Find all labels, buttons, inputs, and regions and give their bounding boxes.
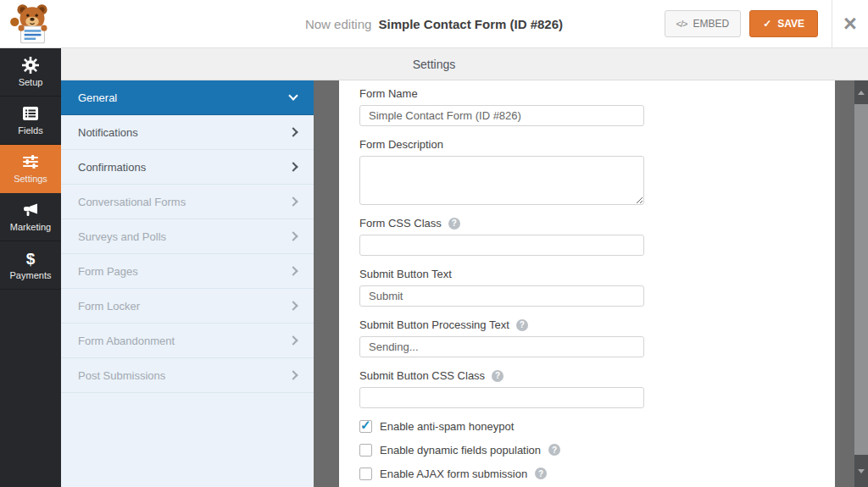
form-css-class-field: Form CSS Class? (359, 217, 815, 256)
form-fields-icon (22, 105, 39, 122)
field-label: Submit Button CSS Class (359, 369, 485, 382)
scroll-up-button[interactable] (854, 80, 868, 104)
now-editing-label: Now editing (305, 17, 371, 31)
form-css-class-input[interactable] (359, 235, 644, 256)
chevron-right-icon (288, 231, 298, 241)
help-icon[interactable]: ? (516, 319, 528, 331)
close-button[interactable]: × (832, 0, 868, 47)
nav-item-setup[interactable]: Setup (0, 48, 61, 97)
settings-section-notifications[interactable]: Notifications (61, 115, 314, 150)
chevron-right-icon (288, 127, 298, 136)
settings-section-confirmations[interactable]: Confirmations (61, 150, 314, 185)
form-options-group: ✓Enable anti-spam honeypotEnable dynamic… (359, 420, 815, 479)
megaphone-icon (22, 202, 39, 219)
section-label: Form Pages (78, 265, 138, 278)
chevron-right-icon (288, 335, 298, 345)
arrow-up-icon (858, 91, 865, 95)
content-gutter-right (835, 80, 854, 487)
section-label: Confirmations (78, 161, 146, 174)
settings-section-form-locker[interactable]: Form Locker (61, 289, 314, 324)
content-gutter-left (314, 80, 339, 487)
settings-section-general[interactable]: General (61, 80, 314, 115)
nav-item-label: Payments (10, 270, 52, 280)
sliders-icon (22, 153, 39, 170)
gear-icon (22, 57, 39, 74)
submit-button-text-input[interactable] (359, 285, 644, 307)
save-button[interactable]: ✓ SAVE (749, 10, 818, 37)
wpforms-bear-logo (8, 3, 57, 46)
nav-item-label: Settings (14, 174, 47, 184)
enable-dynamic-fields-population-option[interactable]: Enable dynamic fields population? (359, 444, 815, 456)
field-label: Submit Button Processing Text (359, 318, 509, 331)
submit-button-css-class-input[interactable] (359, 387, 644, 408)
submit-button-processing-text-field: Submit Button Processing Text? (359, 318, 815, 357)
nav-item-marketing[interactable]: Marketing (0, 193, 61, 241)
chevron-right-icon (288, 266, 298, 275)
enable-ajax-form-submission-option[interactable]: Enable AJAX form submission? (359, 468, 815, 479)
section-label: Form Abandonment (78, 335, 175, 347)
nav-item-payments[interactable]: $Payments (0, 241, 61, 290)
nav-item-settings[interactable]: Settings (0, 145, 61, 193)
form-name-field: Form Name (359, 87, 815, 126)
section-label: Surveys and Polls (78, 230, 166, 243)
panel-header: Settings (61, 48, 868, 80)
field-label: Form CSS Class (359, 217, 442, 230)
settings-sections-list: GeneralNotificationsConfirmationsConvers… (61, 80, 314, 487)
section-label: Conversational Forms (78, 196, 186, 208)
submit-button-processing-text-input[interactable] (359, 336, 644, 357)
top-bar: Now editing Simple Contact Form (ID #826… (0, 0, 868, 48)
nav-item-fields[interactable]: Fields (0, 97, 61, 145)
form-title: Simple Contact Form (ID #826) (379, 17, 564, 31)
scroll-down-button[interactable] (854, 455, 868, 487)
arrow-down-icon (858, 469, 865, 473)
save-button-label: SAVE (777, 18, 804, 30)
submit-button-text-field: Submit Button Text (359, 268, 815, 307)
checkbox-label: Enable dynamic fields population (380, 444, 541, 457)
checkmark-icon: ✓ (360, 418, 371, 433)
code-icon: </> (676, 19, 687, 29)
chevron-right-icon (288, 370, 298, 379)
settings-section-form-abandonment[interactable]: Form Abandonment (61, 324, 314, 358)
check-icon: ✓ (763, 18, 771, 30)
form-description-field: Form Description (359, 138, 815, 205)
settings-general-content: Form NameForm DescriptionForm CSS Class?… (339, 80, 835, 487)
form-name-input[interactable] (359, 105, 644, 126)
settings-section-post-submissions[interactable]: Post Submissions (61, 358, 314, 393)
nav-item-label: Fields (18, 125, 42, 136)
nav-item-label: Setup (19, 77, 43, 87)
now-editing-title: Now editing Simple Contact Form (ID #826… (305, 17, 563, 31)
help-icon[interactable]: ? (448, 218, 460, 230)
dollar-icon: $ (26, 250, 36, 267)
section-label: Notifications (78, 126, 138, 139)
checkbox[interactable] (359, 444, 372, 457)
field-label: Submit Button Text (359, 268, 452, 280)
form-description-input[interactable] (359, 156, 644, 205)
chevron-down-icon (288, 91, 298, 100)
section-label: Form Locker (78, 300, 140, 313)
section-label: Post Submissions (78, 369, 165, 382)
field-label: Form Name (359, 87, 418, 100)
settings-section-surveys-and-polls[interactable]: Surveys and Polls (61, 219, 314, 254)
settings-section-form-pages[interactable]: Form Pages (61, 254, 314, 289)
checkbox[interactable] (359, 468, 372, 480)
chevron-right-icon (288, 162, 298, 171)
settings-section-conversational-forms[interactable]: Conversational Forms (61, 185, 314, 219)
chevron-right-icon (288, 301, 298, 310)
section-label: General (78, 91, 117, 104)
help-icon[interactable]: ? (492, 370, 504, 382)
help-icon[interactable]: ? (535, 468, 547, 479)
checkbox-label: Enable anti-spam honeypot (380, 420, 514, 433)
scrollbar-thumb[interactable] (854, 104, 868, 455)
field-label: Form Description (359, 138, 443, 151)
scrollbar[interactable] (854, 80, 868, 487)
enable-anti-spam-honeypot-option[interactable]: ✓Enable anti-spam honeypot (359, 420, 815, 432)
help-icon[interactable]: ? (548, 444, 560, 456)
panel-title: Settings (413, 58, 456, 71)
embed-button[interactable]: </> EMBED (665, 10, 742, 37)
checkbox-label: Enable AJAX form submission (380, 468, 527, 480)
checkbox[interactable]: ✓ (359, 420, 372, 433)
chevron-right-icon (288, 196, 298, 206)
nav-item-label: Marketing (10, 222, 51, 232)
embed-button-label: EMBED (693, 18, 729, 30)
form-fields-group: Form NameForm DescriptionForm CSS Class?… (359, 87, 815, 408)
